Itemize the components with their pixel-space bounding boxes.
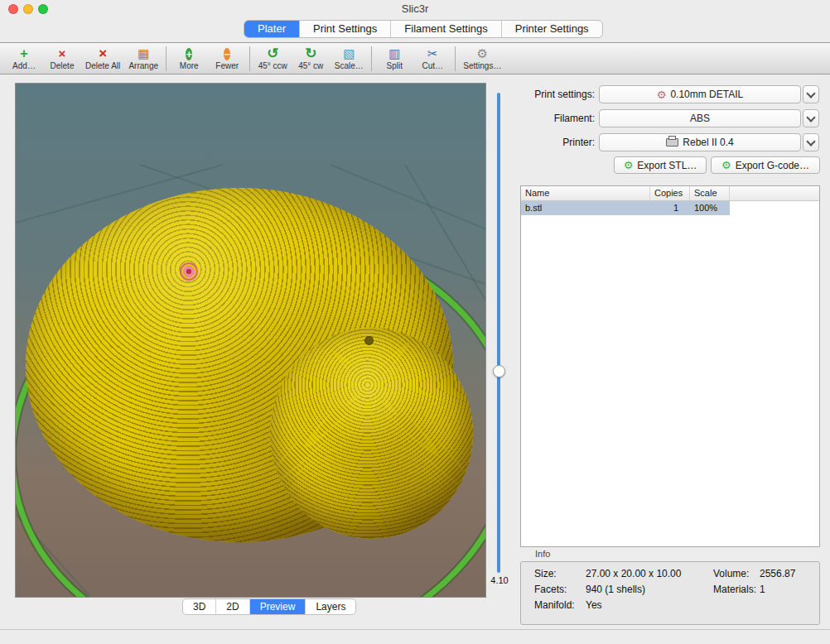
view-tab-2d[interactable]: 2D [216,599,249,614]
add-label: Add… [12,61,36,70]
delete-label: Delete [51,61,75,70]
rotate-cw-button[interactable]: ↻ 45° cw [292,44,330,74]
column-header-scale[interactable]: Scale [690,186,730,200]
export-stl-button[interactable]: ⚙ Export STL… [614,156,707,174]
fewer-button[interactable]: − Fewer [208,44,246,74]
filament-label: Filament: [497,109,595,127]
cut-button[interactable]: ✂ Cut… [413,44,451,74]
print-profile-icon: ⚙ [657,89,667,100]
table-row[interactable]: b.stl 1 100% [521,201,819,215]
settings-icon: ⚙ [477,46,488,60]
tab-filament-settings[interactable]: Filament Settings [391,21,501,37]
more-label: More [180,61,199,70]
arrange-label: Arrange [128,61,158,70]
info-volume-value: 2556.87 [760,568,795,579]
layer-slider-value: 4.10 [485,575,514,585]
cut-label: Cut… [422,61,443,70]
print-settings-label: Print settings: [497,85,595,103]
view-tab-3d[interactable]: 3D [183,599,216,614]
object-scale-cell: 100% [690,201,730,215]
object-row-empty-cell [730,201,819,215]
rotate-cw-icon: ↻ [305,46,316,60]
more-button[interactable]: + More [170,44,208,74]
delete-all-icon: × [99,46,107,60]
chevron-down-icon [806,137,815,146]
rotate-ccw-icon: ↺ [267,46,278,60]
rotate-ccw-button[interactable]: ↺ 45° ccw [253,44,292,74]
printer-dropdown-button[interactable] [803,133,819,151]
info-volume-label: Volume: [713,568,749,579]
printer-label: Printer: [497,133,595,151]
fewer-icon: − [224,48,230,60]
view-tab-layers[interactable]: Layers [306,599,355,614]
filament-value: ABS [690,113,710,124]
settings-label: Settings… [463,61,501,70]
tab-printer-settings[interactable]: Printer Settings [502,21,602,37]
object-copies-cell: 1 [650,201,690,215]
add-button[interactable]: + Add… [5,44,43,74]
info-facets-label: Facets: [534,584,567,595]
filament-dropdown-button[interactable] [803,109,819,127]
toolbar-separator [249,46,250,71]
more-icon: + [186,48,192,60]
view-tab-preview[interactable]: Preview [250,599,306,614]
scale-label: Scale… [335,61,364,70]
export-stl-label: Export STL… [637,160,697,171]
column-header-copies[interactable]: Copies [650,186,690,200]
chevron-down-icon [806,89,815,98]
info-facets-value: 940 (1 shells) [586,584,645,595]
main-tab-bar: Plater Print Settings Filament Settings … [244,20,603,38]
window-title: Slic3r [0,2,830,15]
print-settings-value: 0.10mm DETAIL [670,89,743,100]
cut-icon: ✂ [427,46,438,60]
chevron-down-icon [806,113,815,122]
export-gcode-icon: ⚙ [721,160,731,171]
toolbar-separator [371,46,372,71]
rotate-cw-label: 45° cw [298,61,323,70]
3d-viewport[interactable] [15,83,486,598]
info-box: Size: 27.00 x 20.00 x 10.00 Volume: 2556… [520,561,820,625]
printer-value: Rebel II 0.4 [683,137,733,148]
scale-icon: ▧ [343,46,355,60]
object-table-header: Name Copies Scale [521,186,819,201]
scale-button[interactable]: ▧ Scale… [330,44,368,74]
print-settings-select[interactable]: ⚙ 0.10mm DETAIL [599,85,801,103]
tab-plater[interactable]: Plater [244,21,300,37]
object-name-cell: b.stl [521,201,650,215]
settings-button[interactable]: ⚙ Settings… [459,44,505,74]
model-large-pole-marker [180,262,198,281]
delete-all-button[interactable]: × Delete All [81,44,124,74]
model-small-pole-marker [364,336,374,345]
tab-print-settings[interactable]: Print Settings [300,21,391,37]
slic3r-window: Slic3r Plater Print Settings Filament Se… [0,0,830,644]
export-gcode-button[interactable]: ⚙ Export G-code… [711,156,820,174]
info-size-value: 27.00 x 20.00 x 10.00 [586,568,681,579]
title-bar: Slic3r [0,0,830,18]
info-manifold-value: Yes [586,599,602,611]
rotate-ccw-label: 45° ccw [258,61,287,70]
arrange-button[interactable]: ▦ Arrange [124,44,162,74]
split-button[interactable]: ▥ Split [375,44,413,74]
layer-slider-thumb[interactable] [493,365,505,377]
add-icon: + [20,46,27,60]
printer-select[interactable]: Rebel II 0.4 [599,133,801,151]
arrange-icon: ▦ [138,46,149,60]
print-settings-dropdown-button[interactable] [803,85,819,103]
info-materials-value: 1 [760,584,765,595]
column-header-name[interactable]: Name [521,186,650,200]
model-object-small[interactable] [270,328,473,539]
delete-icon: × [59,46,66,60]
toolbar-separator [455,46,456,71]
fewer-label: Fewer [215,61,239,70]
filament-select[interactable]: ABS [599,109,801,127]
object-list-table[interactable]: Name Copies Scale b.stl 1 100% [520,185,820,547]
split-icon: ▥ [388,46,400,60]
delete-all-label: Delete All [85,61,120,70]
info-manifold-label: Manifold: [534,599,575,611]
delete-button[interactable]: × Delete [43,44,81,74]
layer-slider-track[interactable] [497,93,500,573]
info-size-label: Size: [534,568,557,579]
toolbar: + Add… × Delete × Delete All ▦ Arrange +… [0,42,830,74]
split-label: Split [387,61,403,70]
info-materials-label: Materials: [713,584,756,595]
